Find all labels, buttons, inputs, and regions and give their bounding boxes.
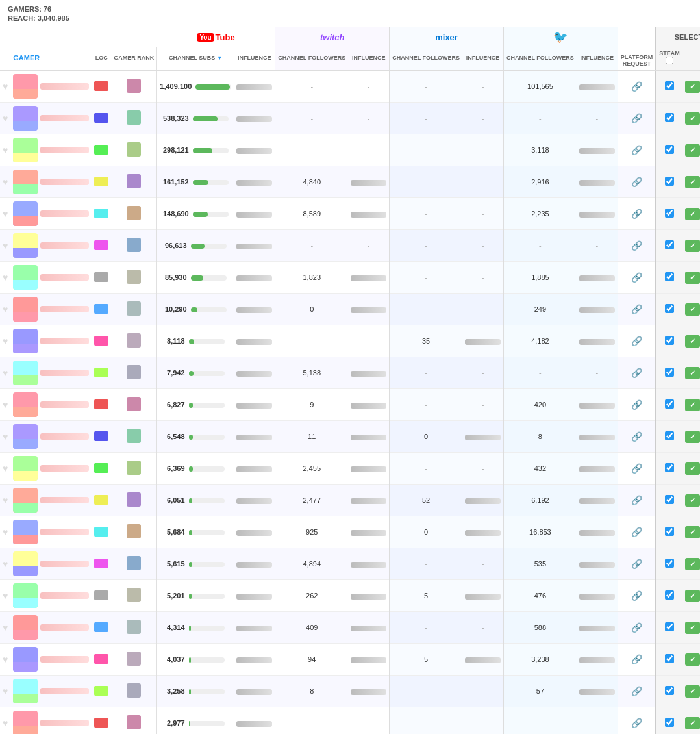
approve-button[interactable]: ✓ [685, 335, 700, 348]
steam-checkbox[interactable] [665, 686, 674, 695]
favorite-heart[interactable]: ♥ [3, 272, 8, 283]
platform-request-cell[interactable]: 🔗 [618, 198, 656, 230]
platform-request-icon[interactable]: 🔗 [631, 590, 642, 601]
steam-checkbox[interactable] [665, 399, 674, 409]
approve-button[interactable]: ✓ [685, 622, 700, 634]
steam-checkbox-cell[interactable] [656, 421, 682, 453]
steam-checkbox-cell[interactable] [656, 612, 682, 644]
platform-request-cell[interactable]: 🔗 [618, 516, 656, 548]
steam-checkbox-cell[interactable] [656, 325, 682, 357]
steam-checkbox[interactable] [665, 495, 674, 504]
platform-request-icon[interactable]: 🔗 [631, 495, 642, 505]
platform-request-cell[interactable]: 🔗 [618, 389, 656, 421]
steam-checkbox[interactable] [665, 590, 674, 600]
steam-checkbox-cell[interactable] [656, 707, 682, 735]
heart-cell[interactable]: ♥ [0, 166, 10, 198]
approve-button[interactable]: ✓ [685, 590, 700, 602]
approve-button[interactable]: ✓ [685, 653, 700, 666]
heart-cell[interactable]: ♥ [0, 389, 10, 421]
platform-request-icon[interactable]: 🔗 [631, 399, 642, 410]
favorite-heart[interactable]: ♥ [3, 463, 8, 474]
favorite-heart[interactable]: ♥ [3, 304, 8, 314]
favorite-heart[interactable]: ♥ [3, 240, 8, 251]
approve-button[interactable]: ✓ [685, 240, 700, 252]
platform-request-cell[interactable]: 🔗 [618, 453, 656, 485]
favorite-heart[interactable]: ♥ [3, 113, 8, 123]
steam-checkbox[interactable] [665, 113, 674, 122]
platform-request-cell[interactable]: 🔗 [618, 325, 656, 357]
platform-request-icon[interactable]: 🔗 [631, 113, 642, 123]
favorite-heart[interactable]: ♥ [3, 559, 8, 569]
platform-request-icon[interactable]: 🔗 [631, 177, 642, 187]
steam-checkbox-cell[interactable] [656, 134, 682, 166]
favorite-heart[interactable]: ♥ [3, 209, 8, 219]
steam-checkbox[interactable] [665, 527, 674, 536]
platform-request-cell[interactable]: 🔗 [618, 644, 656, 676]
favorite-heart[interactable]: ♥ [3, 145, 8, 155]
platform-request-cell[interactable]: 🔗 [618, 230, 656, 262]
steam-checkbox[interactable] [665, 336, 674, 345]
favorite-heart[interactable]: ♥ [3, 622, 8, 633]
platform-request-icon[interactable]: 🔗 [631, 272, 642, 283]
steam-checkbox-cell[interactable] [656, 485, 682, 516]
approve-button[interactable]: ✓ [685, 399, 700, 411]
platform-request-icon[interactable]: 🔗 [631, 559, 642, 569]
heart-cell[interactable]: ♥ [0, 707, 10, 735]
platform-request-icon[interactable]: 🔗 [631, 304, 642, 314]
platform-request-cell[interactable]: 🔗 [618, 612, 656, 644]
heart-cell[interactable]: ♥ [0, 262, 10, 294]
approve-button[interactable]: ✓ [685, 431, 700, 443]
steam-checkbox[interactable] [665, 463, 674, 472]
favorite-heart[interactable]: ♥ [3, 431, 8, 442]
approve-button[interactable]: ✓ [685, 685, 700, 698]
platform-request-icon[interactable]: 🔗 [631, 336, 642, 346]
favorite-heart[interactable]: ♥ [3, 336, 8, 346]
heart-cell[interactable]: ♥ [0, 198, 10, 230]
steam-checkbox-cell[interactable] [656, 262, 682, 294]
steam-checkbox[interactable] [665, 368, 674, 377]
heart-cell[interactable]: ♥ [0, 103, 10, 134]
approve-button[interactable]: ✓ [685, 558, 700, 570]
platform-request-cell[interactable]: 🔗 [618, 676, 656, 707]
platform-request-cell[interactable]: 🔗 [618, 485, 656, 516]
steam-checkbox-cell[interactable] [656, 230, 682, 262]
favorite-heart[interactable]: ♥ [3, 368, 8, 378]
heart-cell[interactable]: ♥ [0, 548, 10, 580]
steam-checkbox[interactable] [665, 209, 674, 218]
heart-cell[interactable]: ♥ [0, 676, 10, 707]
steam-checkbox[interactable] [665, 145, 674, 154]
platform-request-icon[interactable]: 🔗 [631, 145, 642, 155]
approve-button[interactable]: ✓ [685, 367, 700, 379]
platform-request-cell[interactable]: 🔗 [618, 580, 656, 612]
yt-channel-header[interactable]: CHANNEL SUBS ▼ [157, 47, 234, 71]
heart-cell[interactable]: ♥ [0, 580, 10, 612]
steam-checkbox[interactable] [665, 81, 674, 90]
steam-checkbox[interactable] [665, 272, 674, 281]
platform-request-icon[interactable]: 🔗 [631, 368, 642, 378]
heart-cell[interactable]: ♥ [0, 325, 10, 357]
heart-cell[interactable]: ♥ [0, 134, 10, 166]
favorite-heart[interactable]: ♥ [3, 527, 8, 537]
platform-request-icon[interactable]: 🔗 [631, 81, 642, 92]
steam-checkbox-cell[interactable] [656, 198, 682, 230]
approve-button[interactable]: ✓ [685, 494, 700, 507]
platform-request-icon[interactable]: 🔗 [631, 240, 642, 251]
platform-request-icon[interactable]: 🔗 [631, 431, 642, 442]
favorite-heart[interactable]: ♥ [3, 590, 8, 601]
steam-checkbox-cell[interactable] [656, 516, 682, 548]
steam-checkbox-cell[interactable] [656, 294, 682, 325]
approve-button[interactable]: ✓ [685, 272, 700, 284]
favorite-heart[interactable]: ♥ [3, 399, 8, 410]
platform-request-icon[interactable]: 🔗 [631, 527, 642, 537]
steam-checkbox-cell[interactable] [656, 103, 682, 134]
heart-cell[interactable]: ♥ [0, 230, 10, 262]
platform-request-icon[interactable]: 🔗 [631, 686, 642, 696]
steam-checkbox-cell[interactable] [656, 166, 682, 198]
platform-request-cell[interactable]: 🔗 [618, 421, 656, 453]
approve-button[interactable]: ✓ [685, 208, 700, 220]
approve-button[interactable]: ✓ [685, 303, 700, 316]
steam-checkbox[interactable] [665, 622, 674, 631]
favorite-heart[interactable]: ♥ [3, 177, 8, 187]
platform-request-cell[interactable]: 🔗 [618, 103, 656, 134]
steam-checkbox[interactable] [665, 304, 674, 313]
